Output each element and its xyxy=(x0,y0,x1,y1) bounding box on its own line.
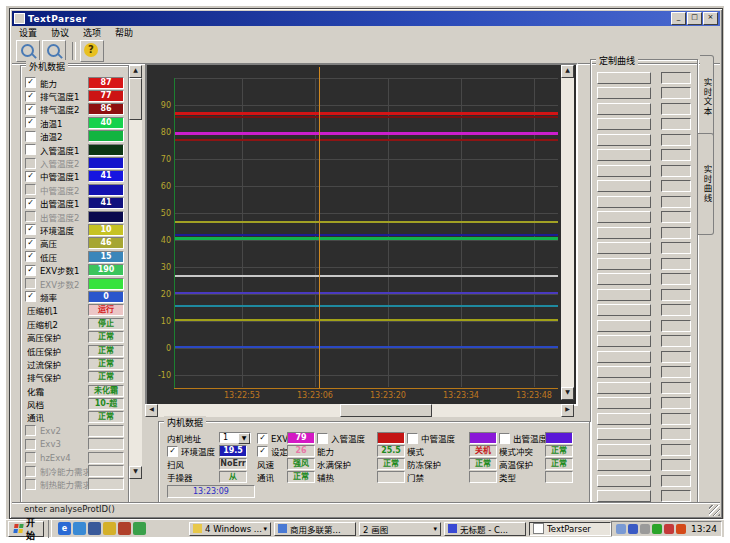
checkbox[interactable]: ✓ xyxy=(25,291,36,302)
checkbox[interactable]: ✓ xyxy=(25,91,36,102)
checkbox[interactable] xyxy=(25,211,36,222)
checkbox[interactable]: ✓ xyxy=(25,265,36,276)
curve-slot-button[interactable] xyxy=(597,258,651,270)
show-desktop-icon[interactable] xyxy=(88,522,101,535)
curve-slot-button[interactable] xyxy=(597,459,651,471)
menu-item[interactable]: 选项 xyxy=(76,26,108,39)
chevron-down-icon[interactable]: ▾ xyxy=(264,525,268,533)
curve-slot-button[interactable] xyxy=(597,103,651,115)
tray-icon[interactable] xyxy=(676,524,686,534)
checkbox[interactable]: ✓ xyxy=(25,198,36,209)
checkbox[interactable] xyxy=(25,452,36,463)
minimize-button[interactable]: _ xyxy=(671,12,686,25)
tab-active[interactable]: 实时曲线 xyxy=(698,133,714,235)
curve-slot-button[interactable] xyxy=(597,227,651,239)
checkbox[interactable] xyxy=(25,466,36,477)
checkbox[interactable] xyxy=(499,433,510,444)
curve-slot-button[interactable] xyxy=(597,320,651,332)
curve-value-box[interactable] xyxy=(661,335,691,347)
curve-value-box[interactable] xyxy=(661,103,691,115)
indoor-address-dropdown[interactable]: 1▼ xyxy=(219,432,251,443)
tray-icon[interactable] xyxy=(628,524,638,534)
chart-cursor-line[interactable] xyxy=(319,67,320,388)
checkbox[interactable]: ✓ xyxy=(25,117,36,128)
taskbar-button[interactable]: 4 Windows ...▾ xyxy=(189,522,271,536)
zoom-in-button[interactable] xyxy=(16,40,40,62)
curve-slot-button[interactable] xyxy=(597,134,651,146)
curve-slot-button[interactable] xyxy=(597,351,651,363)
curve-slot-button[interactable] xyxy=(597,366,651,378)
tray-icon[interactable] xyxy=(616,524,626,534)
checkbox[interactable] xyxy=(317,433,328,444)
curve-value-box[interactable] xyxy=(661,242,691,254)
curve-slot-button[interactable] xyxy=(597,428,651,440)
curve-slot-button[interactable] xyxy=(597,273,651,285)
checkbox[interactable] xyxy=(25,131,36,142)
curve-slot-button[interactable] xyxy=(597,149,651,161)
curve-value-box[interactable] xyxy=(661,444,691,456)
curve-value-box[interactable] xyxy=(661,273,691,285)
checkbox[interactable]: ✓ xyxy=(167,446,178,457)
curve-slot-button[interactable] xyxy=(597,87,651,99)
title-bar[interactable]: TextParser _ □ × xyxy=(12,11,720,26)
taskbar-button[interactable]: 商用多联第... xyxy=(274,522,356,536)
tab-inactive[interactable]: 实时文本 xyxy=(700,55,714,139)
curve-value-box[interactable] xyxy=(661,118,691,130)
curve-slot-button[interactable] xyxy=(597,118,651,130)
curve-value-box[interactable] xyxy=(661,351,691,363)
menu-item[interactable]: 协议 xyxy=(44,26,76,39)
curve-value-box[interactable] xyxy=(661,289,691,301)
curve-value-box[interactable] xyxy=(661,475,691,487)
ie-icon[interactable]: e xyxy=(58,522,71,535)
checkbox[interactable] xyxy=(407,433,418,444)
curve-slot-button[interactable] xyxy=(597,335,651,347)
resize-grip[interactable] xyxy=(709,505,720,516)
chart-vertical-scrollbar[interactable]: ▲ ▼ xyxy=(561,65,574,400)
curve-value-box[interactable] xyxy=(661,490,691,502)
taskbar-clock[interactable]: 13:24 xyxy=(691,524,717,534)
curve-slot-button[interactable] xyxy=(597,165,651,177)
curve-slot-button[interactable] xyxy=(597,72,651,84)
taskbar-button[interactable]: 2 画图▾ xyxy=(359,522,441,536)
curve-slot-button[interactable] xyxy=(597,304,651,316)
curve-slot-button[interactable] xyxy=(597,413,651,425)
curve-value-box[interactable] xyxy=(661,366,691,378)
checkbox[interactable]: ✓ xyxy=(25,224,36,235)
curve-slot-button[interactable] xyxy=(597,196,651,208)
curve-slot-button[interactable] xyxy=(597,490,651,502)
taskbar-button[interactable]: 无标题 - C... xyxy=(444,522,526,536)
checkbox[interactable]: ✓ xyxy=(257,446,268,457)
msn-icon[interactable] xyxy=(73,522,86,535)
tray-icon[interactable] xyxy=(652,524,662,534)
checkbox[interactable] xyxy=(25,425,36,436)
close-button[interactable]: × xyxy=(703,12,718,25)
curve-slot-button[interactable] xyxy=(597,242,651,254)
curve-value-box[interactable] xyxy=(661,382,691,394)
curve-value-box[interactable] xyxy=(661,72,691,84)
checkbox[interactable]: ✓ xyxy=(257,433,268,444)
maximize-button[interactable]: □ xyxy=(687,12,702,25)
chart-horizontal-scrollbar[interactable]: ◀ ▶ xyxy=(145,404,574,417)
scrollbar-thumb[interactable] xyxy=(129,78,142,120)
checkbox[interactable] xyxy=(25,278,36,289)
curve-slot-button[interactable] xyxy=(597,382,651,394)
sidebar-scrollbar[interactable]: ▲ ▼ xyxy=(129,65,142,479)
curve-value-box[interactable] xyxy=(661,134,691,146)
mail-icon[interactable] xyxy=(103,522,116,535)
checkbox[interactable] xyxy=(25,439,36,450)
curve-slot-button[interactable] xyxy=(597,397,651,409)
curve-value-box[interactable] xyxy=(661,304,691,316)
curve-value-box[interactable] xyxy=(661,428,691,440)
checkbox[interactable]: ✓ xyxy=(25,171,36,182)
checkbox[interactable] xyxy=(25,158,36,169)
checkbox[interactable]: ✓ xyxy=(25,238,36,249)
curve-value-box[interactable] xyxy=(661,413,691,425)
curve-slot-button[interactable] xyxy=(597,444,651,456)
checkbox[interactable]: ✓ xyxy=(25,77,36,88)
scrollbar-thumb[interactable] xyxy=(340,404,432,417)
tray-icon[interactable] xyxy=(640,524,650,534)
curve-value-box[interactable] xyxy=(661,320,691,332)
curve-value-box[interactable] xyxy=(661,397,691,409)
checkbox[interactable] xyxy=(25,479,36,490)
menu-item[interactable]: 帮助 xyxy=(108,26,140,39)
